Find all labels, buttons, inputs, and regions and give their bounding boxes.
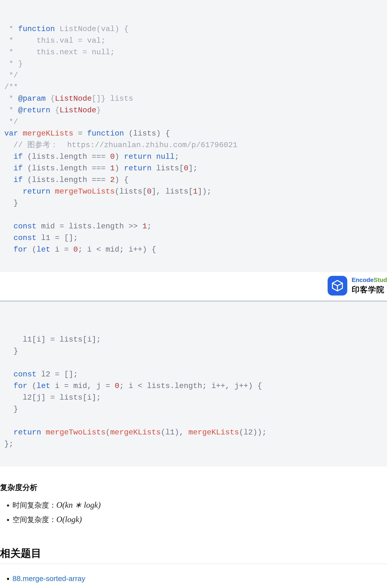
code-line: * @param {ListNode[]} lists	[4, 94, 133, 103]
code-line: }	[4, 405, 18, 414]
code-line: * @return {ListNode}	[4, 106, 101, 115]
code-line: var mergeKLists = function (lists) {	[4, 129, 170, 138]
code-line: }	[4, 347, 18, 356]
time-label: 时间复杂度：	[13, 501, 56, 509]
code-line: for (let i = mid, j = 0; i < lists.lengt…	[4, 382, 262, 390]
code-line: if (lists.length === 1) return lists[0];	[4, 164, 198, 173]
code-inner: * function ListNode(val) { * this.val = …	[0, 12, 387, 255]
code-line: return mergeTwoLists(lists[0], lists[1])…	[4, 187, 211, 196]
code-line: for (let i = 0; i < mid; i++) {	[4, 245, 156, 254]
brand-text-cn: 印客学院	[352, 284, 387, 295]
code-line: const l1 = [];	[4, 233, 78, 242]
code-line: if (lists.length === 2) {	[4, 175, 129, 184]
brand-icon	[328, 276, 347, 295]
code-block-bottom: l1[i] = lists[i]; } const l2 = []; for (…	[0, 302, 387, 466]
related-item: 88.merge-sorted-array	[13, 571, 387, 586]
code-line: }	[4, 199, 18, 208]
code-line: */	[4, 71, 18, 80]
brand-text: EncodeStud 印客学院	[352, 276, 387, 295]
code-line: l1[i] = lists[i];	[4, 335, 101, 344]
code-block-top: * function ListNode(val) { * this.val = …	[0, 0, 387, 272]
article-body: 复杂度分析 时间复杂度：O(kn ∗ logk) 空间复杂度：O(logk) 相…	[0, 466, 387, 588]
related-heading: 相关题目	[0, 546, 387, 560]
code-line: return mergeTwoLists(mergeKLists(l1), me…	[4, 428, 267, 437]
hexagon-cube-icon	[331, 279, 344, 292]
code-line: const l2 = [];	[4, 370, 78, 379]
code-line: * function ListNode(val) {	[4, 25, 129, 33]
brand-logo: EncodeStud 印客学院	[328, 276, 387, 295]
code-line: * }	[4, 60, 23, 68]
complexity-heading: 复杂度分析	[0, 483, 387, 492]
space-label: 空间复杂度：	[13, 516, 56, 524]
code-line: const mid = lists.length >> 1;	[4, 222, 152, 231]
space-formula: O(logk)	[56, 515, 82, 524]
related-link[interactable]: 88.merge-sorted-array	[13, 574, 85, 583]
page-separator: EncodeStud 印客学院	[0, 272, 387, 302]
code-line: * this.next = null;	[4, 48, 115, 57]
time-formula: O(kn ∗ logk)	[56, 500, 101, 509]
code-line: * this.val = val;	[4, 36, 106, 45]
code-line: // 图参考： https://zhuanlan.zhihu.com/p/617…	[4, 141, 237, 149]
code-line: if (lists.length === 0) return null;	[4, 152, 179, 161]
code-line: */	[4, 118, 18, 126]
related-list: 88.merge-sorted-array	[0, 571, 387, 586]
time-complexity-item: 时间复杂度：O(kn ∗ logk)	[13, 498, 387, 512]
space-complexity-item: 空间复杂度：O(logk)	[13, 512, 387, 527]
complexity-list: 时间复杂度：O(kn ∗ logk) 空间复杂度：O(logk)	[0, 498, 387, 527]
code-line: /**	[4, 83, 18, 91]
code-line: l2[j] = lists[i];	[4, 393, 101, 402]
code-line: };	[4, 440, 14, 448]
brand-text-en: EncodeStud	[352, 276, 387, 283]
code-inner: l1[i] = lists[i]; } const l2 = []; for (…	[0, 322, 387, 450]
section-rule	[0, 564, 387, 564]
